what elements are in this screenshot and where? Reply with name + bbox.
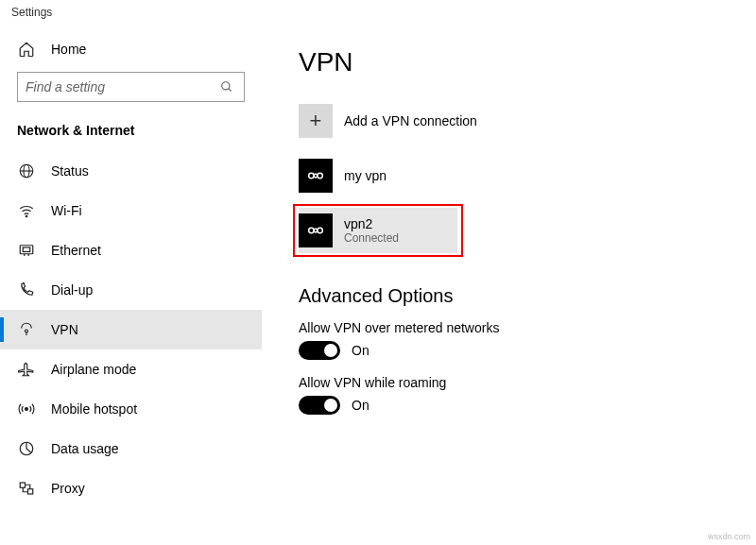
- svg-rect-14: [20, 483, 25, 487]
- vpn-connection-item[interactable]: vpn2 Connected: [299, 208, 457, 253]
- ethernet-icon: [17, 241, 36, 260]
- search-icon: [217, 77, 236, 96]
- vpn-connection-icon: [299, 213, 333, 247]
- hotspot-icon: [17, 400, 36, 418]
- sidebar: Home Network & Internet Status: [0, 30, 263, 545]
- toggle-state: On: [352, 398, 369, 413]
- metered-toggle[interactable]: [299, 341, 340, 360]
- sidebar-item-hotspot[interactable]: Mobile hotspot: [0, 389, 262, 429]
- sidebar-home-label: Home: [51, 42, 86, 57]
- svg-point-12: [26, 408, 28, 411]
- sidebar-item-status[interactable]: Status: [0, 151, 262, 191]
- dialup-icon: [17, 281, 36, 299]
- vpn-icon: [17, 320, 36, 339]
- svg-point-16: [309, 173, 315, 179]
- sidebar-item-proxy[interactable]: Proxy: [0, 468, 262, 508]
- sidebar-item-label: Wi-Fi: [51, 203, 82, 218]
- vpn-connection-name: vpn2: [344, 216, 399, 231]
- watermark: wsxdn.com: [708, 532, 750, 541]
- main-panel: VPN + Add a VPN connection my vpn vpn2 C…: [263, 30, 756, 545]
- search-input[interactable]: [26, 79, 217, 94]
- sidebar-item-label: Data usage: [51, 441, 119, 456]
- svg-line-1: [229, 89, 232, 92]
- window-title: Settings: [0, 0, 756, 30]
- sidebar-item-label: Dial-up: [51, 282, 93, 298]
- svg-rect-15: [28, 489, 33, 494]
- sidebar-item-label: Proxy: [51, 481, 85, 496]
- svg-point-0: [222, 82, 230, 90]
- vpn-connection-status: Connected: [344, 231, 399, 245]
- toggle-state: On: [352, 343, 369, 358]
- sidebar-home[interactable]: Home: [0, 30, 262, 72]
- page-title: VPN: [299, 47, 728, 77]
- sidebar-item-dialup[interactable]: Dial-up: [0, 270, 262, 310]
- sidebar-item-airplane[interactable]: Airplane mode: [0, 349, 262, 389]
- svg-point-5: [26, 215, 27, 217]
- advanced-options-heading: Advanced Options: [299, 285, 728, 307]
- sidebar-item-label: Mobile hotspot: [51, 401, 137, 417]
- wifi-icon: [17, 201, 36, 220]
- vpn-connection-name: my vpn: [344, 168, 387, 183]
- vpn-connection-item[interactable]: my vpn: [299, 153, 696, 198]
- sidebar-item-label: VPN: [51, 322, 78, 337]
- sidebar-item-vpn[interactable]: VPN: [0, 310, 262, 349]
- plus-icon: +: [299, 104, 333, 138]
- sidebar-item-label: Ethernet: [51, 243, 101, 258]
- proxy-icon: [17, 479, 36, 498]
- svg-point-18: [309, 228, 315, 233]
- add-vpn-button[interactable]: + Add a VPN connection: [299, 98, 696, 144]
- svg-point-19: [318, 228, 323, 233]
- home-icon: [17, 40, 36, 59]
- roaming-toggle[interactable]: [299, 396, 340, 415]
- vpn-connection-icon: [299, 159, 333, 193]
- svg-rect-6: [20, 246, 33, 254]
- sidebar-item-wifi[interactable]: Wi-Fi: [0, 191, 262, 230]
- sidebar-item-label: Status: [51, 163, 89, 179]
- svg-point-17: [318, 173, 323, 179]
- svg-point-10: [26, 330, 28, 332]
- svg-rect-7: [23, 247, 30, 252]
- datausage-icon: [17, 439, 36, 458]
- status-icon: [17, 162, 36, 180]
- airplane-icon: [17, 360, 36, 379]
- sidebar-section-title: Network & Internet: [0, 106, 262, 145]
- search-box[interactable]: [17, 72, 245, 102]
- highlight-annotation: vpn2 Connected: [293, 204, 463, 257]
- sidebar-item-datausage[interactable]: Data usage: [0, 429, 262, 468]
- sidebar-item-label: Airplane mode: [51, 362, 136, 377]
- add-vpn-label: Add a VPN connection: [344, 113, 477, 128]
- option-label: Allow VPN while roaming: [299, 375, 728, 390]
- option-label: Allow VPN over metered networks: [299, 320, 728, 335]
- sidebar-item-ethernet[interactable]: Ethernet: [0, 230, 262, 270]
